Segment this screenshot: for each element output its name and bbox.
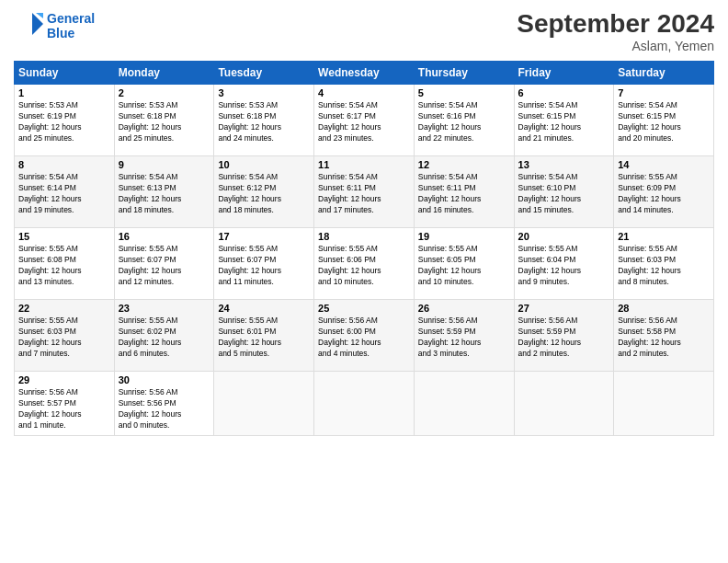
- calendar-cell: [214, 372, 314, 436]
- calendar-table: Sunday Monday Tuesday Wednesday Thursday…: [14, 61, 714, 436]
- cell-line: Sunset: 6:09 PM: [618, 183, 710, 194]
- day-number: 20: [518, 231, 610, 242]
- calendar-week-5: 29Sunrise: 5:56 AMSunset: 5:57 PMDayligh…: [15, 372, 714, 436]
- cell-content: Sunrise: 5:54 AMSunset: 6:15 PMDaylight:…: [618, 100, 710, 144]
- cell-line: Daylight: 12 hours: [119, 338, 210, 349]
- logo-text-line2: Blue: [47, 26, 95, 40]
- cell-line: and 9 minutes.: [518, 277, 610, 288]
- logo-text-line1: General: [47, 11, 95, 26]
- cell-content: Sunrise: 5:56 AMSunset: 5:59 PMDaylight:…: [418, 316, 510, 360]
- day-number: 9: [119, 159, 210, 170]
- cell-content: Sunrise: 5:54 AMSunset: 6:11 PMDaylight:…: [418, 172, 510, 216]
- cell-content: Sunrise: 5:56 AMSunset: 5:58 PMDaylight:…: [618, 316, 710, 360]
- cell-content: Sunrise: 5:55 AMSunset: 6:04 PMDaylight:…: [518, 244, 610, 288]
- svg-marker-1: [36, 13, 43, 18]
- logo: General Blue: [14, 9, 95, 42]
- day-number: 17: [218, 231, 310, 242]
- cell-line: Sunrise: 5:55 AM: [119, 316, 210, 327]
- cell-line: and 15 minutes.: [518, 205, 610, 216]
- calendar-cell: 24Sunrise: 5:55 AMSunset: 6:01 PMDayligh…: [214, 300, 314, 372]
- cell-line: Sunset: 6:15 PM: [618, 111, 710, 122]
- calendar-cell: 23Sunrise: 5:55 AMSunset: 6:02 PMDayligh…: [114, 300, 214, 372]
- cell-line: Daylight: 12 hours: [518, 266, 610, 277]
- cell-content: Sunrise: 5:54 AMSunset: 6:12 PMDaylight:…: [218, 172, 310, 216]
- cell-content: Sunrise: 5:54 AMSunset: 6:16 PMDaylight:…: [418, 100, 510, 144]
- day-number: 6: [518, 87, 610, 98]
- cell-line: Daylight: 12 hours: [18, 122, 110, 133]
- cell-content: Sunrise: 5:55 AMSunset: 6:05 PMDaylight:…: [418, 244, 510, 288]
- calendar-cell: 26Sunrise: 5:56 AMSunset: 5:59 PMDayligh…: [414, 300, 514, 372]
- cell-line: Sunset: 6:14 PM: [18, 183, 110, 194]
- calendar-cell: 5Sunrise: 5:54 AMSunset: 6:16 PMDaylight…: [414, 85, 514, 156]
- cell-content: Sunrise: 5:54 AMSunset: 6:15 PMDaylight:…: [518, 100, 610, 144]
- cell-line: and 8 minutes.: [618, 277, 710, 288]
- cell-line: Daylight: 12 hours: [119, 122, 210, 133]
- cell-line: Daylight: 12 hours: [618, 266, 710, 277]
- day-number: 3: [218, 87, 310, 98]
- cell-line: Sunset: 5:57 PM: [18, 398, 110, 409]
- cell-line: and 3 minutes.: [418, 349, 510, 360]
- cell-line: Sunset: 6:08 PM: [18, 255, 110, 266]
- cell-line: Sunset: 6:12 PM: [218, 183, 310, 194]
- day-number: 2: [119, 87, 210, 98]
- cell-line: Sunset: 5:58 PM: [618, 327, 710, 338]
- cell-line: Sunrise: 5:54 AM: [18, 172, 110, 183]
- cell-line: Daylight: 12 hours: [318, 122, 410, 133]
- cell-line: Daylight: 12 hours: [18, 338, 110, 349]
- day-number: 30: [119, 374, 210, 385]
- title-block: September 2024 Aslam, Yemen: [517, 9, 714, 53]
- col-thursday: Thursday: [414, 62, 514, 85]
- header-row: Sunday Monday Tuesday Wednesday Thursday…: [15, 62, 714, 85]
- cell-line: Sunrise: 5:55 AM: [618, 172, 710, 183]
- cell-line: and 10 minutes.: [318, 277, 410, 288]
- calendar-cell: 7Sunrise: 5:54 AMSunset: 6:15 PMDaylight…: [614, 85, 714, 156]
- cell-line: Sunrise: 5:53 AM: [218, 100, 310, 111]
- cell-line: and 6 minutes.: [119, 349, 210, 360]
- cell-content: Sunrise: 5:53 AMSunset: 6:18 PMDaylight:…: [119, 100, 210, 144]
- day-number: 28: [618, 303, 710, 314]
- day-number: 18: [318, 231, 410, 242]
- cell-line: Daylight: 12 hours: [318, 266, 410, 277]
- cell-line: Daylight: 12 hours: [119, 194, 210, 205]
- cell-line: Sunrise: 5:55 AM: [218, 316, 310, 327]
- col-sunday: Sunday: [15, 62, 115, 85]
- calendar-header: Sunday Monday Tuesday Wednesday Thursday…: [15, 62, 714, 85]
- cell-content: Sunrise: 5:54 AMSunset: 6:13 PMDaylight:…: [119, 172, 210, 216]
- calendar-cell: 9Sunrise: 5:54 AMSunset: 6:13 PMDaylight…: [114, 156, 214, 228]
- cell-line: Sunset: 6:07 PM: [119, 255, 210, 266]
- calendar-cell: [614, 372, 714, 436]
- cell-line: Sunrise: 5:56 AM: [518, 316, 610, 327]
- cell-line: and 4 minutes.: [318, 349, 410, 360]
- cell-line: Daylight: 12 hours: [418, 194, 510, 205]
- calendar-cell: [514, 372, 614, 436]
- col-saturday: Saturday: [614, 62, 714, 85]
- cell-line: Daylight: 12 hours: [518, 194, 610, 205]
- cell-line: and 22 minutes.: [418, 133, 510, 144]
- cell-content: Sunrise: 5:55 AMSunset: 6:03 PMDaylight:…: [18, 316, 110, 360]
- cell-line: Sunset: 5:59 PM: [518, 327, 610, 338]
- cell-line: and 5 minutes.: [218, 349, 310, 360]
- cell-line: Sunset: 6:04 PM: [518, 255, 610, 266]
- cell-content: Sunrise: 5:55 AMSunset: 6:07 PMDaylight:…: [218, 244, 310, 288]
- cell-line: and 7 minutes.: [18, 349, 110, 360]
- cell-content: Sunrise: 5:56 AMSunset: 5:56 PMDaylight:…: [119, 387, 210, 431]
- calendar-cell: [414, 372, 514, 436]
- day-number: 13: [518, 159, 610, 170]
- cell-line: Sunset: 6:15 PM: [518, 111, 610, 122]
- calendar-week-4: 22Sunrise: 5:55 AMSunset: 6:03 PMDayligh…: [15, 300, 714, 372]
- calendar-cell: 30Sunrise: 5:56 AMSunset: 5:56 PMDayligh…: [114, 372, 214, 436]
- cell-line: Sunset: 6:06 PM: [318, 255, 410, 266]
- calendar-cell: 20Sunrise: 5:55 AMSunset: 6:04 PMDayligh…: [514, 228, 614, 300]
- cell-line: and 23 minutes.: [318, 133, 410, 144]
- cell-line: Sunrise: 5:55 AM: [119, 244, 210, 255]
- cell-line: and 24 minutes.: [218, 133, 310, 144]
- cell-line: Daylight: 12 hours: [518, 338, 610, 349]
- cell-content: Sunrise: 5:54 AMSunset: 6:14 PMDaylight:…: [18, 172, 110, 216]
- cell-line: Sunrise: 5:53 AM: [18, 100, 110, 111]
- cell-content: Sunrise: 5:55 AMSunset: 6:07 PMDaylight:…: [119, 244, 210, 288]
- calendar-cell: 27Sunrise: 5:56 AMSunset: 5:59 PMDayligh…: [514, 300, 614, 372]
- day-number: 4: [318, 87, 410, 98]
- calendar-cell: 12Sunrise: 5:54 AMSunset: 6:11 PMDayligh…: [414, 156, 514, 228]
- cell-line: Sunset: 6:18 PM: [119, 111, 210, 122]
- day-number: 21: [618, 231, 710, 242]
